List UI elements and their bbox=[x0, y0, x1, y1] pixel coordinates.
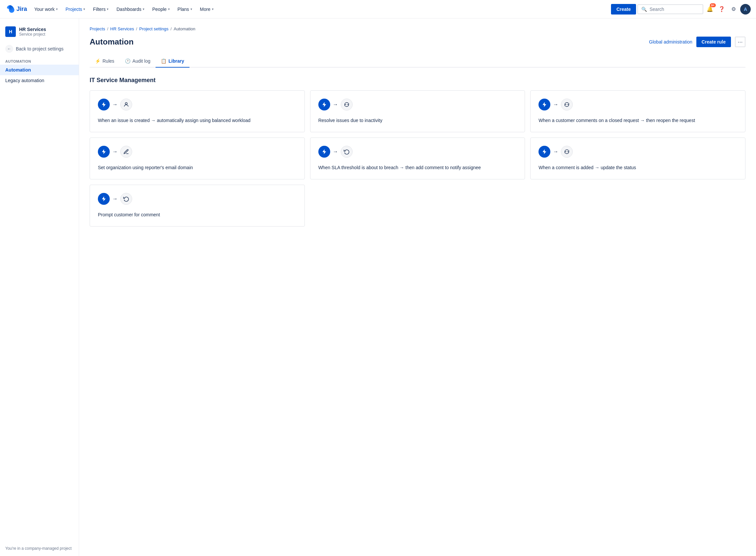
sidebar-project: H HR Services Service project bbox=[0, 24, 79, 42]
automation-card-2[interactable]: → When a customer comments on a closed r… bbox=[530, 90, 746, 132]
card-title-6: Prompt customer for comment bbox=[98, 211, 297, 218]
section-title: IT Service Management bbox=[90, 77, 746, 84]
card-bolt-icon-6 bbox=[98, 193, 110, 205]
project-type: Service project bbox=[19, 32, 46, 37]
plans-nav[interactable]: Plans ▾ bbox=[174, 5, 195, 14]
bolt-icon: ⚡ bbox=[95, 58, 101, 64]
notification-badge: 9+ bbox=[710, 3, 716, 7]
breadcrumb-hr-services[interactable]: HR Services bbox=[110, 26, 134, 31]
svg-point-0 bbox=[125, 103, 127, 105]
card-title-2: When a customer comments on a closed req… bbox=[538, 117, 737, 124]
more-options-button[interactable]: ··· bbox=[735, 37, 746, 47]
card-action-icon-3 bbox=[120, 146, 132, 158]
people-nav[interactable]: People ▾ bbox=[149, 5, 173, 14]
card-bolt-icon-3 bbox=[98, 146, 110, 158]
projects-nav[interactable]: Projects ▾ bbox=[62, 5, 89, 14]
search-icon: 🔍 bbox=[641, 7, 647, 12]
page-title: Automation bbox=[90, 37, 134, 46]
card-arrow-1: → bbox=[333, 102, 338, 107]
notifications-button[interactable]: 🔔 9+ bbox=[705, 4, 715, 14]
sidebar-footer: You're in a company-managed project bbox=[0, 541, 79, 556]
card-bolt-icon-0 bbox=[98, 99, 110, 110]
help-button[interactable]: ❓ bbox=[716, 4, 727, 14]
chevron-down-icon: ▾ bbox=[107, 7, 108, 11]
chevron-down-icon: ▾ bbox=[168, 7, 170, 11]
card-action-icon-0 bbox=[120, 99, 132, 110]
more-nav[interactable]: More ▾ bbox=[197, 5, 217, 14]
automation-card-3[interactable]: → Set organization using reporter's emai… bbox=[90, 138, 305, 179]
automation-card-grid: → When an issue is created → automatical… bbox=[90, 90, 746, 227]
chevron-down-icon: ▾ bbox=[83, 7, 85, 11]
profile-button[interactable]: A bbox=[740, 4, 751, 14]
card-arrow-2: → bbox=[553, 102, 558, 107]
chevron-down-icon: ▾ bbox=[190, 7, 192, 11]
breadcrumb-automation: Automation bbox=[174, 26, 195, 31]
card-bolt-icon-4 bbox=[318, 146, 330, 158]
card-action-icon-2 bbox=[561, 99, 573, 110]
page-actions: Global administration Create rule ··· bbox=[649, 37, 746, 47]
chevron-down-icon: ▾ bbox=[143, 7, 144, 11]
sidebar: H HR Services Service project ← Back to … bbox=[0, 19, 79, 556]
search-placeholder: Search bbox=[649, 7, 664, 12]
tab-rules[interactable]: ⚡ Rules bbox=[90, 55, 120, 68]
card-title-3: Set organization using reporter's email … bbox=[98, 164, 297, 171]
card-action-icon-1 bbox=[341, 99, 353, 110]
chevron-down-icon: ▾ bbox=[212, 7, 214, 11]
filters-nav[interactable]: Filters ▾ bbox=[90, 5, 112, 14]
sidebar-item-automation[interactable]: Automation bbox=[0, 65, 79, 75]
project-icon: H bbox=[5, 26, 16, 37]
chevron-down-icon: ▾ bbox=[56, 7, 58, 11]
back-icon: ← bbox=[5, 45, 13, 53]
global-administration-link[interactable]: Global administration bbox=[649, 39, 692, 44]
card-title-0: When an issue is created → automatically… bbox=[98, 117, 297, 124]
clock-icon: 🕐 bbox=[125, 58, 130, 64]
back-to-project-settings[interactable]: ← Back to project settings bbox=[0, 42, 79, 56]
your-work-nav[interactable]: Your work ▾ bbox=[31, 5, 61, 14]
settings-button[interactable]: ⚙ bbox=[728, 4, 739, 14]
automation-card-1[interactable]: → Resolve issues due to inactivity bbox=[310, 90, 525, 132]
automation-card-0[interactable]: → When an issue is created → automatical… bbox=[90, 90, 305, 132]
sidebar-item-legacy-automation[interactable]: Legacy automation bbox=[0, 75, 79, 86]
card-arrow-6: → bbox=[112, 196, 118, 202]
logo-text: Jira bbox=[16, 6, 27, 12]
create-button[interactable]: Create bbox=[611, 4, 636, 14]
create-rule-button[interactable]: Create rule bbox=[696, 37, 731, 47]
project-name: HR Services bbox=[19, 27, 46, 32]
breadcrumb: Projects / HR Services / Project setting… bbox=[90, 26, 746, 31]
card-title-4: When SLA threshold is about to breach → … bbox=[318, 164, 517, 171]
card-arrow-4: → bbox=[333, 149, 338, 155]
dashboards-nav[interactable]: Dashboards ▾ bbox=[113, 5, 148, 14]
logo[interactable]: Jira bbox=[5, 5, 27, 14]
breadcrumb-project-settings[interactable]: Project settings bbox=[139, 26, 168, 31]
automation-section-label: AUTOMATION bbox=[0, 56, 79, 65]
card-bolt-icon-2 bbox=[538, 99, 551, 110]
main-content: Projects / HR Services / Project setting… bbox=[79, 19, 756, 556]
automation-card-5[interactable]: → When a comment is added → update the s… bbox=[530, 138, 746, 179]
automation-card-4[interactable]: → When SLA threshold is about to breach … bbox=[310, 138, 525, 179]
page-header: Automation Global administration Create … bbox=[90, 37, 746, 47]
automation-tabs: ⚡ Rules 🕐 Audit log 📋 Library bbox=[90, 55, 746, 68]
card-action-icon-5 bbox=[561, 146, 573, 158]
search-box[interactable]: 🔍 Search bbox=[637, 4, 703, 14]
card-arrow-5: → bbox=[553, 149, 558, 155]
tab-library[interactable]: 📋 Library bbox=[156, 55, 189, 68]
book-icon: 📋 bbox=[161, 58, 166, 64]
card-arrow-3: → bbox=[112, 149, 118, 155]
card-arrow-0: → bbox=[112, 102, 118, 107]
card-title-5: When a comment is added → update the sta… bbox=[538, 164, 737, 171]
card-bolt-icon-1 bbox=[318, 99, 330, 110]
breadcrumb-projects[interactable]: Projects bbox=[90, 26, 105, 31]
card-action-icon-6 bbox=[120, 193, 132, 205]
tab-audit-log[interactable]: 🕐 Audit log bbox=[120, 55, 156, 68]
card-action-icon-4 bbox=[341, 146, 353, 158]
automation-card-6[interactable]: → Prompt customer for comment bbox=[90, 185, 305, 227]
top-navigation: Jira Your work ▾ Projects ▾ Filters ▾ Da… bbox=[0, 0, 756, 19]
card-title-1: Resolve issues due to inactivity bbox=[318, 117, 517, 124]
card-bolt-icon-5 bbox=[538, 146, 551, 158]
